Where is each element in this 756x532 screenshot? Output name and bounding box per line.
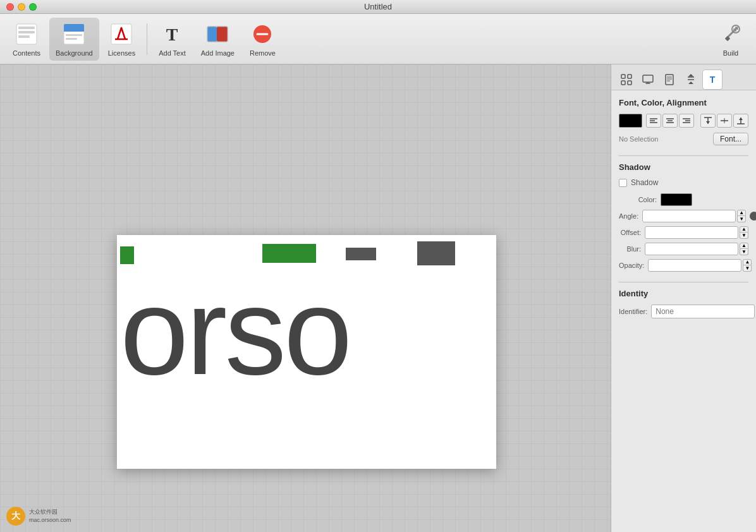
licenses-label: Licenses (108, 49, 135, 57)
shadow-angle-row: Angle: ▲ ▼ (619, 210, 748, 222)
minimize-button[interactable] (18, 3, 25, 11)
identifier-label: Identifier: (619, 308, 647, 315)
maximize-button[interactable] (29, 3, 37, 11)
shadow-label: Shadow (631, 178, 658, 187)
svg-marker-54 (739, 118, 743, 120)
slide-large-text: orso (117, 270, 496, 393)
svg-rect-2 (18, 31, 35, 33)
watermark-logo: 大 (6, 507, 25, 526)
shadow-blur-row: Blur: ▲ ▼ (619, 243, 748, 255)
tab-monitor[interactable] (638, 70, 658, 90)
tab-text[interactable]: T (702, 70, 722, 90)
shadow-blur-input[interactable] (645, 243, 738, 255)
svg-rect-23 (621, 81, 625, 85)
toolbar: Contents Background Licenses (0, 14, 756, 64)
valign-middle-button[interactable] (717, 114, 732, 128)
background-button[interactable]: Background (49, 18, 99, 61)
no-selection-row: No Selection Font... (619, 133, 748, 145)
svg-rect-24 (628, 81, 631, 85)
shadow-angle-up[interactable]: ▲ (737, 210, 746, 216)
contents-icon (14, 21, 39, 47)
svg-rect-1 (18, 27, 35, 29)
svg-rect-7 (66, 34, 82, 36)
add-text-button[interactable]: T Add Text (152, 18, 192, 61)
font-button[interactable]: Font... (713, 133, 748, 145)
valign-bottom-button[interactable] (733, 114, 748, 128)
font-color-alignment-section: Font, Color, Alignment (619, 98, 748, 145)
canvas-area[interactable]: orso 大 大众软件园 mac.orsoon.com (0, 64, 611, 532)
build-button[interactable]: Build (712, 18, 750, 61)
tab-align[interactable] (681, 70, 701, 90)
shadow-opacity-up[interactable]: ▲ (743, 259, 752, 265)
close-button[interactable] (6, 3, 14, 11)
align-left-button[interactable] (646, 114, 661, 128)
valign-top-button[interactable] (700, 114, 716, 128)
shadow-angle-input[interactable] (642, 210, 736, 222)
green-box-medium (262, 244, 316, 263)
no-selection-text: No Selection (619, 135, 658, 143)
shadow-opacity-label: Opacity: (619, 262, 644, 269)
shadow-offset-label: Offset: (619, 229, 641, 236)
contents-button[interactable]: Contents (6, 18, 47, 61)
tab-grid[interactable] (616, 70, 637, 90)
tab-doc[interactable] (659, 70, 680, 90)
shadow-blur-label: Blur: (619, 245, 641, 253)
shadow-angle-down[interactable]: ▼ (737, 216, 746, 222)
svg-rect-22 (628, 75, 631, 78)
window-title: Untitled (364, 2, 392, 11)
add-image-button[interactable]: Add Image (195, 18, 241, 61)
svg-rect-21 (621, 75, 625, 78)
background-icon (61, 21, 87, 47)
add-text-icon: T (159, 21, 185, 47)
identifier-input[interactable] (651, 305, 755, 318)
build-icon (718, 21, 743, 47)
align-group (646, 114, 694, 128)
shadow-opacity-input[interactable] (648, 259, 741, 272)
svg-rect-13 (217, 27, 228, 42)
remove-button[interactable]: Remove (243, 18, 282, 61)
shadow-offset-input[interactable] (645, 226, 738, 239)
color-alignment-row (619, 114, 748, 128)
slide-canvas[interactable]: orso (117, 235, 496, 469)
align-right-button[interactable] (679, 114, 694, 128)
shadow-opacity-down[interactable]: ▼ (743, 265, 752, 272)
shadow-color-swatch[interactable] (661, 193, 692, 206)
divider-1 (619, 155, 748, 156)
svg-marker-35 (688, 74, 693, 76)
contents-label: Contents (13, 49, 40, 57)
shadow-angle-label: Angle: (619, 212, 638, 220)
svg-marker-48 (706, 121, 710, 124)
svg-rect-25 (643, 75, 653, 82)
identity-title: Identity (619, 289, 748, 298)
shadow-blur-down[interactable]: ▼ (740, 249, 748, 255)
build-label: Build (723, 49, 738, 57)
shadow-blur-up[interactable]: ▲ (740, 243, 748, 249)
divider-2 (619, 282, 748, 282)
shadow-section: Shadow Shadow Color: Angle: (619, 162, 748, 272)
svg-rect-6 (64, 30, 84, 32)
valign-group (700, 114, 748, 128)
text-color-swatch[interactable] (619, 114, 642, 128)
gray-box-2 (417, 241, 455, 265)
add-text-label: Add Text (159, 49, 186, 57)
shadow-offset-up[interactable]: ▲ (740, 226, 748, 233)
shadow-offset-row: Offset: ▲ ▼ (619, 226, 748, 239)
shadow-blur-stepper: ▲ ▼ (740, 243, 748, 255)
shadow-offset-down[interactable]: ▼ (740, 233, 748, 239)
panel-content: Font, Color, Alignment (611, 90, 756, 532)
svg-rect-12 (207, 27, 217, 42)
add-image-label: Add Image (201, 49, 235, 57)
licenses-button[interactable]: Licenses (102, 18, 142, 61)
svg-marker-34 (688, 82, 693, 84)
align-center-button[interactable] (662, 114, 678, 128)
title-bar: Untitled (0, 0, 756, 14)
panel-tabs: T (611, 64, 756, 90)
shadow-offset-stepper: ▲ ▼ (740, 226, 748, 239)
shadow-angle-stepper: ▲ ▼ (737, 210, 746, 222)
remove-icon (250, 21, 275, 47)
shadow-checkbox[interactable] (619, 179, 627, 187)
gray-box-1 (346, 248, 376, 260)
shadow-opacity-stepper: ▲ ▼ (743, 259, 752, 272)
green-box-small (120, 246, 134, 264)
background-label: Background (56, 49, 93, 57)
